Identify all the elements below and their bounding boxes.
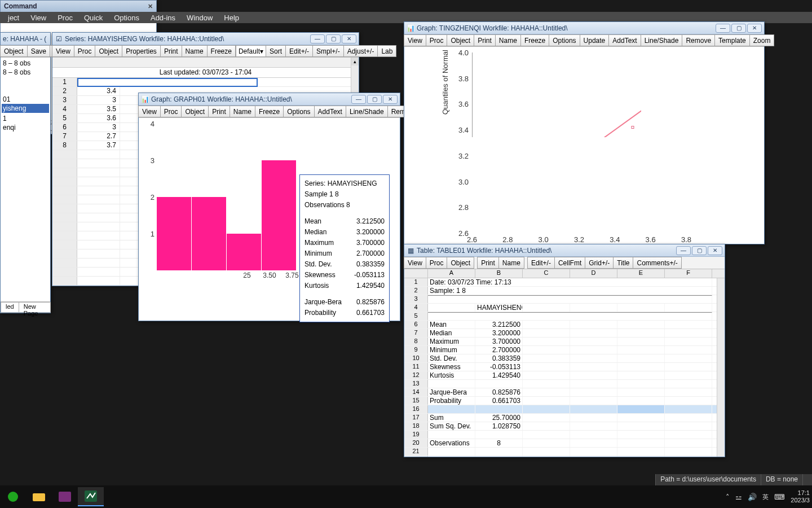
g1-btn-object[interactable]: Object [181,106,209,117]
table-row[interactable]: 19 [404,431,725,439]
series-btn-print[interactable]: Print [160,45,182,57]
tray-chevron-icon[interactable]: ˄ [726,493,730,501]
table-row[interactable]: 8Maximum3.700000 [404,338,725,346]
series-btn-edit[interactable]: Edit+/- [285,45,313,57]
series-btn-properties[interactable]: Properties [122,45,161,57]
series-btn-proc[interactable]: Proc [74,45,96,57]
table-row[interactable]: 18Sum Sq. Dev.1.028750 [404,422,725,431]
menu-proc[interactable]: Proc [52,12,78,23]
g2-btn-zoom[interactable]: Zoom [749,34,775,46]
col-f[interactable]: F [665,269,712,278]
g1-btn-print[interactable]: Print [208,106,230,117]
series-btn-lab[interactable]: Lab [377,45,396,57]
graph2-minimize-button[interactable]: — [716,24,730,33]
tb-btn-proc[interactable]: Proc [426,257,448,269]
series-default-select[interactable]: Default▾ [236,45,266,57]
series-btn-sort[interactable]: Sort [266,45,286,57]
graph2-close-button[interactable]: ✕ [747,24,762,33]
table-row[interactable]: 3 [404,295,725,304]
g1-btn-options[interactable]: Options [283,106,314,117]
tb-btn-print[interactable]: Print [477,257,499,269]
series-btn-freeze[interactable]: Freeze [207,45,236,57]
table-row[interactable]: 14Jarque-Bera0.825876 [404,388,725,397]
g1-btn-freeze[interactable]: Freeze [255,106,284,117]
table-row[interactable]: 11Skewness-0.053113 [404,363,725,371]
table-row[interactable]: 2Sample: 1 8 [404,287,725,295]
menu-window[interactable]: Window [181,12,218,23]
graph01-close-button[interactable]: ✕ [383,95,398,104]
tray-clock[interactable]: 17:12023/3 [791,489,810,504]
menu-help[interactable]: Help [218,12,245,23]
series-btn-object[interactable]: Object [95,45,122,57]
col-a[interactable]: A [428,269,475,278]
table-row[interactable]: 12Kurtosis1.429540 [404,371,725,380]
graph2-maximize-button[interactable]: ▢ [731,24,746,33]
menu-addins[interactable]: Add-ins [145,12,181,23]
tray-ime[interactable]: 英 [762,493,769,501]
table-row[interactable]: 5 [404,312,725,321]
g2-btn-addtext[interactable]: AddText [608,34,641,46]
table01-maximize-button[interactable]: ▢ [692,246,707,255]
workfile-titlebar[interactable]: e: HAHAHA - ( [1,33,50,45]
menu-options[interactable]: Options [108,12,145,23]
g2-btn-proc[interactable]: Proc [426,34,448,46]
tb-btn-title[interactable]: Title [613,257,633,269]
table-row[interactable]: 10Std. Dev.0.383359 [404,354,725,363]
table01-close-button[interactable]: ✕ [708,246,722,255]
col-c[interactable]: C [523,269,570,278]
tray-keyboard-icon[interactable]: ⌨ [774,493,785,501]
menu-view[interactable]: View [25,12,52,23]
wf-btn-save[interactable]: Save [27,45,50,57]
start-button[interactable] [0,487,26,506]
g1-btn-proc[interactable]: Proc [160,106,182,117]
series-maximize-button[interactable]: ▢ [326,34,341,43]
series-btn-smpl[interactable]: Smpl+/- [312,45,344,57]
wf-obj-enqi[interactable]: enqi [2,123,49,132]
table-row[interactable]: 9Minimum2.700000 [404,346,725,354]
series-titlebar[interactable]: ☑ Series: HAMAYISHENG Workfile: HAHAHA::… [52,33,359,45]
table-row[interactable]: 1Date: 03/07/23 Time: 17:13 [404,278,725,287]
table-row[interactable]: 7Median3.200000 [404,329,725,338]
tb-btn-cellfmt[interactable]: CellFmt [554,257,585,269]
g2-btn-template[interactable]: Template [714,34,750,46]
series-active-cell[interactable] [77,78,258,87]
series-btn-name[interactable]: Name [182,45,208,57]
taskbar-app1[interactable] [52,487,78,506]
menu-quick[interactable]: Quick [78,12,108,23]
graph01-titlebar[interactable]: 📊 Graph: GRAPH01 Workfile: HAHAHA::Untit… [139,93,400,106]
menu-object[interactable]: ject [2,12,25,23]
g2-btn-object[interactable]: Object [447,34,474,46]
col-d[interactable]: D [570,269,617,278]
graph01-minimize-button[interactable]: — [351,95,366,104]
wf-tab-untitled[interactable]: led [1,302,19,313]
tb-btn-name[interactable]: Name [498,257,524,269]
graph2-titlebar[interactable]: 📊 Graph: TINGZHENQI Workfile: HAHAHA::Un… [404,22,764,34]
taskbar-explorer[interactable] [26,487,52,506]
command-titlebar[interactable]: Command ✕ [1,1,156,12]
table01-titlebar[interactable]: ▦ Table: TABLE01 Workfile: HAHAHA::Untit… [404,244,725,257]
table-row[interactable]: 16 [404,405,725,414]
wf-tab-newpage[interactable]: New Page [19,302,51,313]
tray-network-icon[interactable]: ⚍ [735,493,742,501]
g2-btn-view[interactable]: View [404,34,426,46]
command-close-button[interactable]: ✕ [148,3,153,10]
g2-btn-remove[interactable]: Remove [682,34,715,46]
series-btn-view[interactable]: View [52,45,74,57]
tb-btn-view[interactable]: View [404,257,426,269]
series-minimize-button[interactable]: — [310,34,325,43]
g2-btn-update[interactable]: Update [580,34,610,46]
tb-btn-grid[interactable]: Grid+/- [585,257,614,269]
g2-btn-lineshade[interactable]: Line/Shade [641,34,683,46]
table-row[interactable]: 6Mean3.212500 [404,321,725,329]
g1-btn-lineshade[interactable]: Line/Shade [346,106,388,117]
taskbar-eviews[interactable] [78,487,104,506]
graph01-maximize-button[interactable]: ▢ [367,95,382,104]
table-scrollbar[interactable] [717,278,725,457]
table-row[interactable]: 17Sum25.70000 [404,414,725,422]
tb-btn-comments[interactable]: Comments+/- [633,257,681,269]
table-row[interactable]: 22 [404,456,725,457]
g1-btn-addtext[interactable]: AddText [314,106,346,117]
col-b[interactable]: B [475,269,523,278]
g2-btn-print[interactable]: Print [474,34,496,46]
g1-btn-name[interactable]: Name [230,106,255,117]
